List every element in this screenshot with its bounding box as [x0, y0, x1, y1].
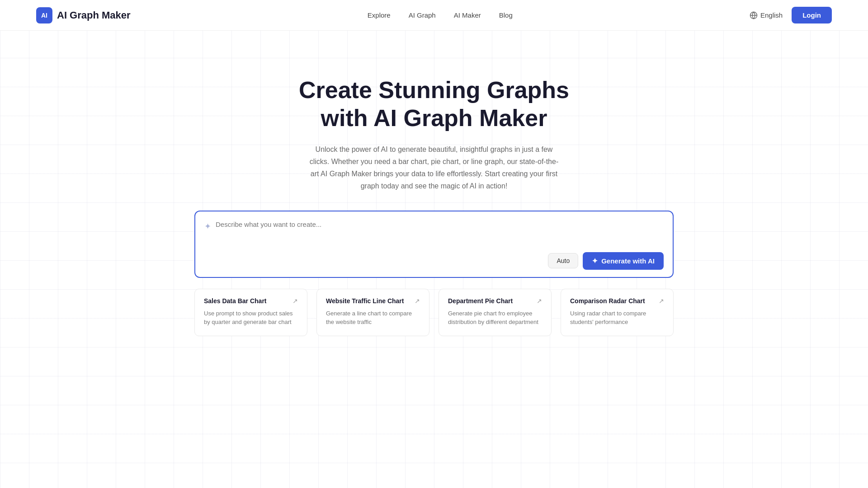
card-desc-sales: Use prompt to show product sales by quar…: [204, 309, 298, 327]
card-desc-radar: Using radar chart to compare students' p…: [570, 309, 664, 327]
generate-label: Generate with AI: [601, 257, 655, 265]
card-title-radar: Comparison Radar Chart: [570, 297, 645, 305]
logo-icon: AI: [36, 7, 52, 23]
nav-explore[interactable]: Explore: [368, 11, 391, 19]
prompt-footer: Auto ✦ Generate with AI: [204, 252, 664, 270]
nav-blog[interactable]: Blog: [499, 11, 513, 19]
card-header-dept: Department Pie Chart ↗: [448, 297, 542, 305]
card-traffic-line[interactable]: Website Traffic Line Chart ↗ Generate a …: [316, 289, 429, 336]
prompt-container: ✦ Auto ✦ Generate with AI: [194, 211, 674, 278]
prompt-input[interactable]: [216, 221, 664, 243]
arrow-icon-traffic: ↗: [415, 297, 420, 305]
generate-button[interactable]: ✦ Generate with AI: [583, 252, 664, 270]
card-radar[interactable]: Comparison Radar Chart ↗ Using radar cha…: [561, 289, 674, 336]
card-title-traffic: Website Traffic Line Chart: [326, 297, 404, 305]
arrow-icon-sales: ↗: [292, 297, 298, 305]
nav-ai-maker[interactable]: AI Maker: [454, 11, 481, 19]
card-header-radar: Comparison Radar Chart ↗: [570, 297, 664, 305]
globe-icon: [750, 11, 758, 19]
logo-text: AI Graph Maker: [57, 9, 131, 21]
nav-ai-graph[interactable]: AI Graph: [409, 11, 436, 19]
card-desc-traffic: Generate a line chart to compare the web…: [326, 309, 420, 327]
auto-button[interactable]: Auto: [548, 253, 578, 268]
arrow-icon-radar: ↗: [659, 297, 664, 305]
nav-links: Explore AI Graph AI Maker Blog: [368, 11, 513, 19]
login-button[interactable]: Login: [792, 7, 832, 23]
example-cards: Sales Data Bar Chart ↗ Use prompt to sho…: [194, 289, 674, 336]
language-label: English: [760, 11, 783, 19]
card-title-dept: Department Pie Chart: [448, 297, 513, 305]
generate-sparkle-icon: ✦: [592, 257, 598, 265]
card-department-pie[interactable]: Department Pie Chart ↗ Generate pie char…: [439, 289, 552, 336]
hero-subtitle: Unlock the power of AI to generate beaut…: [307, 143, 561, 192]
card-sales-bar[interactable]: Sales Data Bar Chart ↗ Use prompt to sho…: [194, 289, 307, 336]
navbar: AI AI Graph Maker Explore AI Graph AI Ma…: [0, 0, 868, 31]
arrow-icon-dept: ↗: [537, 297, 542, 305]
prompt-input-area: ✦: [204, 221, 664, 248]
card-header-traffic: Website Traffic Line Chart ↗: [326, 297, 420, 305]
logo-link[interactable]: AI AI Graph Maker: [36, 7, 131, 23]
card-header-sales: Sales Data Bar Chart ↗: [204, 297, 298, 305]
hero-section: Create Stunning Graphs with AI Graph Mak…: [0, 31, 868, 336]
navbar-right: English Login: [750, 7, 832, 23]
sparkle-icon: ✦: [204, 221, 211, 231]
hero-title: Create Stunning Graphs with AI Graph Mak…: [299, 76, 569, 132]
card-desc-dept: Generate pie chart fro employee distribu…: [448, 309, 542, 327]
language-selector[interactable]: English: [750, 11, 783, 19]
card-title-sales: Sales Data Bar Chart: [204, 297, 267, 305]
